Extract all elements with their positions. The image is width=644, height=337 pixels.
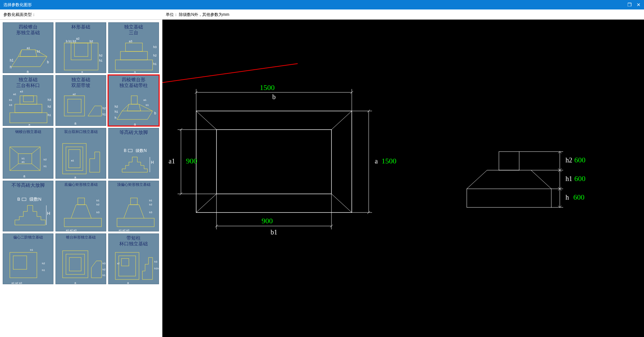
svg-text:h3: h3 [154,260,157,263]
dim-b1-label: b1 [271,228,277,236]
thumb-4[interactable]: 独立基础 双层带坡 h2h1 a a2 [55,75,106,126]
svg-text:h1: h1 [153,62,157,66]
svg-line-120 [331,194,352,212]
thumb-1[interactable]: 杯形基础 b b1 b3 b2 h2h1 a a2 [55,22,106,73]
svg-rect-28 [15,104,42,113]
svg-text:a: a [127,281,129,284]
svg-line-62 [32,164,40,171]
thumb-14[interactable]: 带短柱 杯口独立基础 x2 h3h1h2 a [108,233,159,284]
svg-rect-142 [499,152,519,170]
svg-text:h1: h1 [42,269,45,272]
svg-text:a2: a2 [76,37,79,40]
svg-text:b1: b1 [30,248,33,251]
sidebar: 四棱锥台 形独立基础 h1h ba a1b1杯形基础 b b1 b3 b2 h2… [0,20,162,337]
svg-text:h1: h1 [102,113,106,116]
svg-text:h2: h2 [48,105,51,108]
svg-text:x2: x2 [117,262,120,265]
svg-text:h1: h1 [99,59,102,62]
svg-text:h1: h1 [44,165,47,168]
dim-h-value: 600 [573,193,584,201]
svg-text:a1 a2 a3: a1 a2 a3 [12,282,22,284]
thumb-3[interactable]: 独立基础 三台有杯口 b1b3 a1a3 h3h2h1 a [3,75,53,126]
svg-line-59 [10,147,18,154]
svg-rect-19 [115,60,153,70]
svg-text:b: b [47,60,49,64]
svg-text:B: B [17,197,20,202]
annotation-arrow [162,64,298,87]
svg-marker-0 [12,57,47,67]
dim-h2-label: h2 [566,156,572,164]
thumb-9[interactable]: 不等高砖大放脚 B级数N H [3,181,53,231]
svg-rect-141 [467,189,551,207]
svg-text:h: h [10,65,12,69]
dim-h1-value: 600 [574,174,585,183]
svg-text:B: B [124,148,127,153]
dim-b1-value: 900 [262,217,273,225]
svg-text:a: a [81,70,83,73]
svg-rect-58 [18,154,32,164]
svg-text:b2: b2 [44,158,47,161]
svg-text:h2: h2 [115,105,118,108]
svg-text:a1: a1 [22,160,25,163]
svg-text:a1 a2 a3: a1 a2 a3 [66,229,77,231]
svg-text:a: a [74,176,76,179]
svg-rect-83 [64,218,101,227]
svg-text:a: a [74,281,76,284]
svg-rect-89 [117,218,154,227]
dim-a-label: a [375,157,378,165]
svg-text:b1: b1 [146,104,149,107]
thumb-11[interactable]: 顶偏心矩形独立基础 b1b2b3 a1 a2 a3 [108,181,159,231]
dim-h1-label: h1 [566,175,572,182]
dim-a-value: 1500 [382,157,396,165]
svg-text:a1: a1 [27,46,30,50]
thumb-10[interactable]: 底偏心矩形独立基础 b1b2b3 a1 a2 a3 [55,181,106,231]
svg-text:h1h2: h1h2 [154,267,159,270]
svg-text:b1: b1 [22,157,25,160]
thumb-5[interactable]: 四棱锥台形 独立基础带柱 h2h1h a1b1 ba [108,75,159,126]
svg-marker-45 [117,111,153,119]
svg-rect-90 [131,198,137,205]
svg-rect-39 [64,96,85,116]
svg-text:h2: h2 [102,268,106,271]
svg-line-118 [331,111,352,130]
svg-text:h3: h3 [153,45,157,49]
unit-label: 单位： 除级数N外，其他参数为mm [166,9,229,19]
svg-text:a2: a2 [73,93,76,96]
svg-line-119 [196,194,216,212]
elevation-view: h2 600 h1 600 h [467,152,585,207]
dim-h2-value: 600 [574,156,585,164]
svg-rect-110 [121,259,129,266]
svg-text:b2: b2 [90,40,93,43]
svg-rect-29 [20,96,37,104]
thumb-0[interactable]: 四棱锥台 形独立基础 h1h ba a1b1 [3,22,53,73]
thumb-7[interactable]: 双台双杯口独立基础 a1 a [55,128,106,179]
svg-text:h1: h1 [102,274,106,277]
thumb-8[interactable]: 等高砖大放脚 B级数N H [108,128,159,179]
svg-text:h1: h1 [48,113,51,117]
titlebar: 选择参数化图形 ❐ ✕ [0,0,644,9]
dim-b-value: 1500 [260,83,275,92]
svg-text:a1 a2 a3: a1 a2 a3 [119,229,130,231]
svg-rect-116 [216,130,331,194]
svg-text:b1: b1 [96,199,99,202]
thumb-2[interactable]: 独立基础 三台 h3h2h1 a a3 [108,22,159,73]
preview-canvas: 1500 b 900 b1 [162,20,644,337]
toolbar: 参数化截面类型： 单位： 除级数N外，其他参数为mm [0,9,644,20]
svg-text:b2: b2 [149,203,152,206]
svg-rect-47 [131,96,137,104]
close-icon[interactable]: ✕ [637,0,641,9]
thumb-13[interactable]: 锥台杯形独立基础 h3h2h1 a [55,233,106,284]
svg-rect-84 [78,198,85,205]
thumb-6[interactable]: 钢梭台独立基础 b1a1 b2h1 a [3,128,53,179]
svg-text:b b1 b3: b b1 b3 [66,40,76,43]
thumb-12[interactable]: 偏心二阶独立基础 b1 h2h1 a1 a2 a3 [3,233,53,284]
dim-h-label: h [566,194,569,201]
restore-icon[interactable]: ❐ [627,0,632,9]
svg-text:h: h [115,116,116,119]
svg-rect-40 [68,99,81,113]
svg-text:级数N: 级数N [29,197,41,202]
svg-line-61 [10,164,18,171]
svg-text:a: a [134,70,136,73]
svg-line-117 [196,111,216,130]
svg-text:h3: h3 [48,98,51,102]
